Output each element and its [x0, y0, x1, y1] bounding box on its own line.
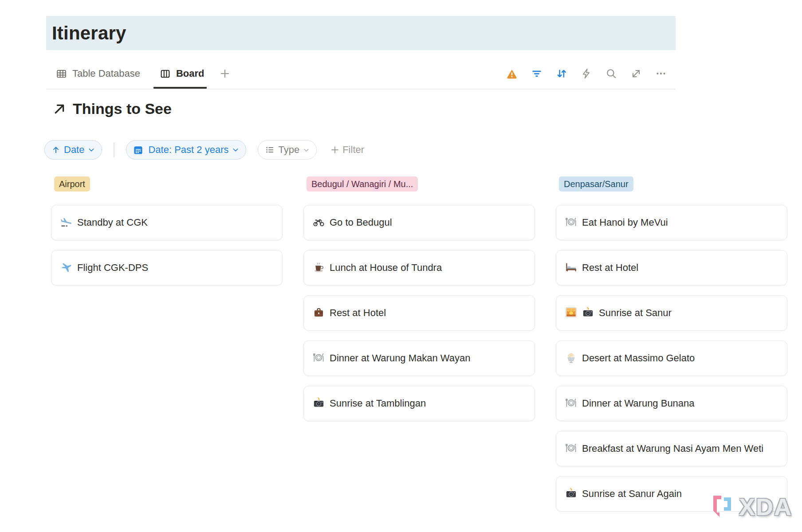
card-title: Dinner at Warung Bunana	[582, 398, 695, 409]
date-filter-label: Date: Past 2 years	[148, 144, 228, 156]
motorcycle-icon	[313, 216, 325, 228]
bed-icon	[565, 261, 577, 273]
plus-icon	[330, 145, 340, 155]
card-title: Go to Bedugul	[330, 217, 392, 228]
sort-pill-label: Date	[64, 144, 84, 156]
card-icons	[60, 217, 77, 228]
view-tabs-row: Table Database Board	[46, 59, 676, 89]
card-title: Rest at Hotel	[330, 307, 386, 318]
column-header-chip[interactable]: Denpasar/Sanur	[559, 176, 633, 192]
dining-icon	[565, 442, 577, 454]
xda-watermark-text: XDA	[739, 493, 792, 520]
card-icons	[313, 398, 330, 409]
card-title: Eat Hanoi by MeVui	[582, 217, 668, 228]
tab-label: Board	[176, 68, 204, 79]
camera-flash-icon	[582, 306, 594, 318]
board-column: Bedugul / Wanagiri / Mu... Go to Bedugul…	[303, 176, 535, 512]
column-header-chip[interactable]: Bedugul / Wanagiri / Mu...	[307, 176, 418, 192]
date-filter-pill[interactable]: Date: Past 2 years	[126, 140, 246, 160]
card-icons	[565, 307, 599, 318]
card-icons	[313, 262, 330, 273]
type-filter-pill[interactable]: Type	[258, 140, 317, 160]
calendar-icon	[133, 145, 143, 155]
view-tabs: Table Database Board	[54, 59, 231, 89]
board-card[interactable]: Sunrise at Tamblingan	[303, 386, 535, 421]
card-title: Lunch at House of Tundra	[330, 262, 442, 273]
board-card[interactable]: Lunch at House of Tundra	[303, 250, 535, 286]
camera-flash-icon	[565, 487, 577, 499]
card-icons	[565, 488, 582, 499]
board-card[interactable]: Desert at Massimo Gelato	[556, 340, 787, 376]
camera-flash-icon	[313, 397, 325, 409]
list-icon	[265, 145, 275, 155]
column-header-chip[interactable]: Airport	[54, 176, 90, 192]
card-icons	[313, 352, 330, 364]
coffee-icon	[313, 261, 325, 273]
more-icon[interactable]	[655, 68, 667, 79]
tabs-divider	[46, 89, 676, 90]
board-card[interactable]: Sunrise at Sanur	[556, 295, 787, 331]
view-toolbar	[506, 68, 667, 79]
xda-watermark: XDA	[709, 493, 792, 520]
plus-icon	[219, 68, 231, 79]
column-cards: Standby at CGK Flight CGK-DPS	[51, 205, 283, 286]
open-as-page-arrow-icon	[52, 102, 67, 116]
column-cards: Go to Bedugul Lunch at House of Tundra R…	[303, 205, 535, 421]
lightning-icon[interactable]	[581, 68, 592, 79]
card-icons	[565, 352, 582, 364]
board-icon	[160, 68, 171, 79]
column-cards: Eat Hanoi by MeVui Rest at Hotel Sunrise…	[556, 205, 787, 512]
search-icon[interactable]	[605, 68, 617, 79]
warning-icon[interactable]	[506, 68, 518, 79]
chevron-down-icon	[88, 146, 95, 153]
sunrise-photo-icon	[565, 306, 577, 318]
card-icons	[565, 217, 582, 228]
tab-label: Table Database	[72, 68, 140, 79]
board-column: Airport Standby at CGK Flight CGK-DPS	[51, 176, 283, 512]
table-icon	[56, 68, 67, 79]
ice-cream-icon	[565, 352, 577, 364]
add-view-button[interactable]	[219, 68, 231, 79]
board-card[interactable]: Rest at Hotel	[556, 250, 787, 286]
pill-separator	[114, 142, 114, 157]
card-icons	[565, 443, 582, 454]
view-title[interactable]: Things to See	[73, 100, 172, 117]
view-header: Things to See	[52, 100, 172, 117]
board-card[interactable]: Eat Hanoi by MeVui	[556, 205, 787, 240]
board-card[interactable]: Go to Bedugul	[303, 205, 535, 240]
card-title: Rest at Hotel	[582, 262, 638, 273]
card-title: Sunrise at Tamblingan	[330, 398, 426, 409]
board-card[interactable]: Dinner at Warung Bunana	[556, 386, 787, 421]
add-filter-button[interactable]: Filter	[330, 144, 364, 156]
board-card[interactable]: Dinner at Warung Makan Wayan	[303, 340, 535, 376]
filter-row: Date Date: Past 2 years	[44, 140, 364, 160]
dining-icon	[565, 397, 577, 409]
board-card[interactable]: Rest at Hotel	[303, 295, 535, 331]
dining-icon	[565, 216, 577, 228]
tab-table-database[interactable]: Table Database	[54, 59, 142, 89]
card-title: Desert at Massimo Gelato	[582, 352, 695, 364]
filter-icon[interactable]	[531, 68, 543, 79]
dining-icon	[313, 352, 325, 364]
card-title: Sunrise at Sanur	[599, 307, 672, 318]
board-card[interactable]: Breakfast at Warung Nasi Ayam Men Weti	[556, 431, 787, 466]
card-title: Breakfast at Warung Nasi Ayam Men Weti	[582, 443, 763, 454]
board-card[interactable]: Standby at CGK	[51, 205, 283, 240]
xda-logo-icon	[709, 493, 737, 520]
card-title: Flight CGK-DPS	[77, 262, 148, 273]
expand-icon[interactable]	[630, 68, 642, 79]
sort-pill[interactable]: Date	[44, 140, 102, 160]
tab-board[interactable]: Board	[158, 59, 206, 89]
board-card[interactable]: Flight CGK-DPS	[51, 250, 283, 286]
page-title[interactable]: Itinerary	[52, 23, 126, 44]
chevron-down-icon	[303, 147, 310, 153]
add-filter-label: Filter	[342, 144, 364, 156]
card-icons	[565, 262, 582, 273]
arrow-up-icon	[51, 145, 60, 154]
board-column: Denpasar/Sanur Eat Hanoi by MeVui Rest a…	[556, 176, 787, 512]
briefcase-icon	[313, 306, 325, 318]
card-icons	[565, 398, 582, 409]
card-title: Standby at CGK	[77, 217, 148, 228]
sort-icon[interactable]	[556, 68, 567, 79]
card-title: Dinner at Warung Makan Wayan	[330, 352, 471, 364]
